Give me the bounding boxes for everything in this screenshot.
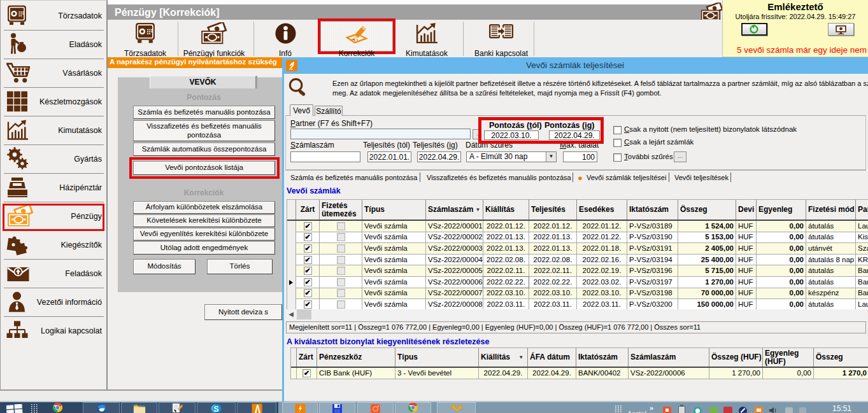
svg-text:S: S [213, 405, 218, 413]
